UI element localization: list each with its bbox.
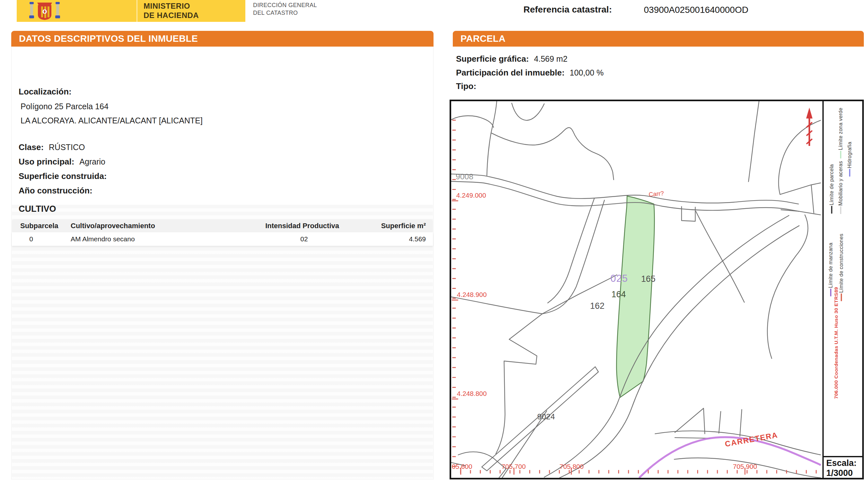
scale-box: Escala: 1/3000 xyxy=(824,456,862,478)
map-label-165: 165 xyxy=(641,274,655,284)
x-axis-label-0: 05.600 xyxy=(452,463,472,470)
ministry-name: MINISTERIO DE HACIENDA xyxy=(144,1,199,20)
map-label-carretera: CARRETERA xyxy=(724,430,778,449)
superficie-grafica-value: 4.569 m2 xyxy=(534,54,567,64)
cadastral-certificate-page: MINISTERIO DE HACIENDA DIRECCIÓN GENERAL… xyxy=(0,0,868,482)
mobiliario-line-icon xyxy=(840,206,841,214)
map-label-162: 162 xyxy=(590,301,605,311)
anio-construccion-row: Año construcción: xyxy=(19,186,98,196)
localizacion-line1: Polígono 25 Parcela 164 xyxy=(21,102,108,111)
tipo-label: Tipo: xyxy=(456,81,476,91)
localizacion-label: Localización: xyxy=(19,87,72,97)
uso-value: Agrario xyxy=(79,157,105,167)
cadastral-reference: Referencia catastral: 03900A025001640000… xyxy=(523,4,612,15)
parcela-title: PARCELA xyxy=(453,31,864,47)
banner-divider xyxy=(136,0,137,22)
tipo-row: Tipo: xyxy=(456,81,482,91)
spain-coat-of-arms-icon xyxy=(26,1,64,21)
map-label-9008: 9008 xyxy=(456,172,473,181)
col-subparcela: Subparcela xyxy=(12,222,65,230)
map-label-164: 164 xyxy=(612,290,626,299)
cell-superficie: 4.569 xyxy=(351,235,433,243)
x-axis-label-1: 705.700 xyxy=(502,463,526,470)
legend-limite-parcela: Límite de parcela xyxy=(829,164,835,216)
col-superficie: Superficie m² xyxy=(351,222,433,230)
ministry-line1: MINISTERIO xyxy=(144,1,199,10)
superficie-grafica-label: Superficie gráfica: xyxy=(456,54,529,64)
cultivo-table-header: Subparcela Cultivo/aprovechamiento Inten… xyxy=(12,219,433,232)
participacion-value: 100,00 % xyxy=(570,68,604,78)
scale-label: Escala: xyxy=(826,458,862,468)
map-legend: Límite zona verde Hidrografía Límite de … xyxy=(823,101,862,478)
cadastral-reference-value: 03900A025001640000OD xyxy=(644,5,748,15)
limite-parcela-line-icon xyxy=(831,206,832,214)
ministry-banner: MINISTERIO DE HACIENDA xyxy=(17,0,245,22)
north-arrow-icon xyxy=(806,108,812,146)
directorate-line2: DEL CATASTRO xyxy=(253,9,317,17)
localizacion-line2: LA ALCORAYA. ALICANTE/ALACANT [ALICANTE] xyxy=(21,116,203,125)
anio-construccion-label: Año construcción: xyxy=(19,186,92,196)
table-row: 0 AM Almendro secano 02 4.569 xyxy=(12,232,433,246)
superficie-grafica-row: Superficie gráfica: 4.569 m2 xyxy=(456,54,567,64)
cultivo-table: Subparcela Cultivo/aprovechamiento Inten… xyxy=(12,219,433,246)
uso-row: Uso principal: Agrario xyxy=(19,157,105,167)
coordinate-system-note: 706.000 Coordenadas U.T.M. Huso 30 ETRS8… xyxy=(833,287,839,399)
cultivo-section-title: CULTIVO xyxy=(19,204,56,214)
clase-row: Clase: RÚSTICO xyxy=(19,142,85,152)
map-label-road-name: Carr? xyxy=(648,190,664,198)
y-axis-label-1: 4.248.900 xyxy=(457,291,487,298)
legend-hidrografia: Hidrografía xyxy=(847,142,852,179)
property-data-title: DATOS DESCRIPTIVOS DEL INMUEBLE xyxy=(11,31,434,47)
col-intensidad: Intensidad Productiva xyxy=(257,222,351,230)
cell-cultivo: AM Almendro secano xyxy=(65,235,257,243)
col-cultivo: Cultivo/aprovechamiento xyxy=(65,222,257,230)
legend-limite-construcciones: Límite de construcciones xyxy=(838,234,844,304)
cell-intensidad: 02 xyxy=(257,235,351,243)
x-axis-label-2: 705.800 xyxy=(559,463,584,470)
directorate-name: DIRECCIÓN GENERAL DEL CATASTRO xyxy=(253,1,317,17)
limite-construcciones-line-icon xyxy=(841,293,842,301)
map-label-9024: 9024 xyxy=(537,412,555,421)
cell-subparcela: 0 xyxy=(12,235,51,243)
map-label-025: 025 xyxy=(611,273,628,284)
clase-value: RÚSTICO xyxy=(49,143,85,152)
hidrografia-line-icon xyxy=(849,169,850,176)
scale-value: 1/3000 xyxy=(826,468,862,478)
uso-label: Uso principal: xyxy=(19,157,74,167)
property-data-panel: DATOS DESCRIPTIVOS DEL INMUEBLE Localiza… xyxy=(11,31,434,479)
limite-manzana-line-icon xyxy=(830,289,831,296)
legend-zona-verde: Límite zona verde xyxy=(838,108,844,161)
cadastral-reference-label: Referencia catastral: xyxy=(523,4,612,14)
legend-mobiliario: Mobiliario y aceras xyxy=(838,161,844,217)
property-data-body: Localización: Polígono 25 Parcela 164 LA… xyxy=(11,47,434,479)
participacion-label: Participación del inmueble: xyxy=(456,68,564,78)
parcela-panel: PARCELA xyxy=(453,31,864,47)
superficie-construida-label: Superficie construida: xyxy=(19,171,107,181)
participacion-row: Participación del inmueble: 100,00 % xyxy=(456,68,604,78)
directorate-line1: DIRECCIÓN GENERAL xyxy=(253,1,317,9)
legend-limite-manzana: Límite de manzana xyxy=(828,243,834,299)
y-axis-label-0: 4.249.000 xyxy=(456,191,486,199)
ministry-line2: DE HACIENDA xyxy=(144,10,199,20)
cadastral-map: 9008 xyxy=(450,100,864,479)
superficie-construida-row: Superficie construida: xyxy=(19,171,112,181)
zona-verde-line-icon xyxy=(840,151,841,158)
clase-label: Clase: xyxy=(19,142,44,152)
x-axis-label-3: 705.900 xyxy=(733,463,757,470)
map-drawing: 9008 xyxy=(451,101,823,478)
y-axis-label-2: 4.248.800 xyxy=(457,390,487,397)
